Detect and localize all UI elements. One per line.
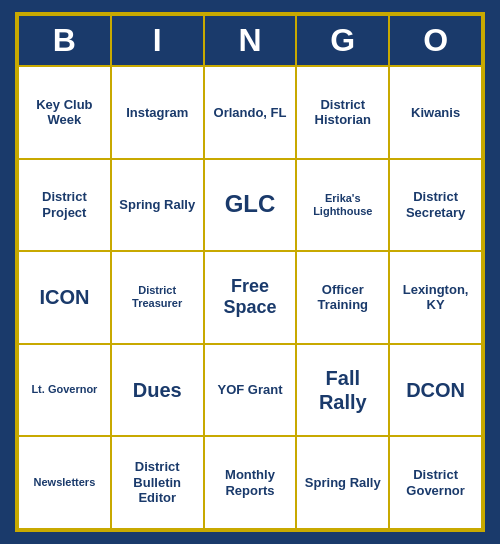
header-letter: N xyxy=(204,15,297,66)
cell-0-0: Key Club Week xyxy=(18,66,111,159)
cell-1-1: Spring Rally xyxy=(111,159,204,252)
cell-1-0: District Project xyxy=(18,159,111,252)
bingo-row: Lt. GovernorDuesYOF GrantFall RallyDCON xyxy=(18,344,482,437)
cell-2-0: ICON xyxy=(18,251,111,344)
cell-0-1: Instagram xyxy=(111,66,204,159)
cell-2-3: Officer Training xyxy=(296,251,389,344)
cell-3-0: Lt. Governor xyxy=(18,344,111,437)
cell-4-1: District Bulletin Editor xyxy=(111,436,204,529)
cell-3-2: YOF Grant xyxy=(204,344,297,437)
cell-3-4: DCON xyxy=(389,344,482,437)
cell-0-4: Kiwanis xyxy=(389,66,482,159)
cell-3-3: Fall Rally xyxy=(296,344,389,437)
cell-1-2: GLC xyxy=(204,159,297,252)
bingo-row: ICONDistrict TreasurerFree SpaceOfficer … xyxy=(18,251,482,344)
header-letter: G xyxy=(296,15,389,66)
bingo-card: BINGO Key Club WeekInstagramOrlando, FLD… xyxy=(15,12,485,532)
bingo-row: Key Club WeekInstagramOrlando, FLDistric… xyxy=(18,66,482,159)
cell-0-2: Orlando, FL xyxy=(204,66,297,159)
cell-4-2: Monthly Reports xyxy=(204,436,297,529)
bingo-row: District ProjectSpring RallyGLCErika's L… xyxy=(18,159,482,252)
cell-4-0: Newsletters xyxy=(18,436,111,529)
cell-1-4: District Secretary xyxy=(389,159,482,252)
cell-2-2: Free Space xyxy=(204,251,297,344)
bingo-row: NewslettersDistrict Bulletin EditorMonth… xyxy=(18,436,482,529)
header-letter: O xyxy=(389,15,482,66)
bingo-grid: Key Club WeekInstagramOrlando, FLDistric… xyxy=(18,66,482,529)
cell-0-3: District Historian xyxy=(296,66,389,159)
bingo-header: BINGO xyxy=(18,15,482,66)
cell-2-1: District Treasurer xyxy=(111,251,204,344)
cell-3-1: Dues xyxy=(111,344,204,437)
cell-4-4: District Governor xyxy=(389,436,482,529)
header-letter: B xyxy=(18,15,111,66)
cell-1-3: Erika's Lighthouse xyxy=(296,159,389,252)
cell-4-3: Spring Rally xyxy=(296,436,389,529)
cell-2-4: Lexington, KY xyxy=(389,251,482,344)
header-letter: I xyxy=(111,15,204,66)
